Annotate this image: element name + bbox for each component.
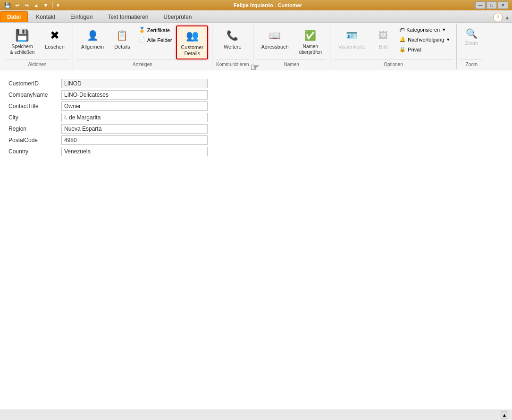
kategorisieren-label: Kategorisieren [406,27,440,33]
tab-text-formatieren[interactable]: Text formatieren [101,11,155,22]
optionen-stack: 🏷 Kategorisieren ▼ 🔔 Nachverfolgung ▼ 🔒 … [397,25,453,54]
anzeigen-stack: 🏅 Zertifikate 📄 Alle Felder [136,25,175,44]
details-button[interactable]: 📋 Details [110,25,134,52]
ribbon-group-kommunizieren: 📞 Weitere Kommunizieren [212,24,253,69]
input-region[interactable] [61,124,208,134]
adressbuch-button[interactable]: 📖 Adressbuch [257,25,293,52]
optionen-group-label: Optionen [334,59,453,67]
input-city[interactable] [61,113,208,122]
tab-ueberpruefen[interactable]: Überprüfen [156,11,199,22]
form-row-region: Region [5,124,507,134]
tab-einfuegen[interactable]: Einfügen [63,11,100,22]
ribbon: Datei Kontakt Einfügen Text formatieren … [0,10,512,70]
visitenkarte-button[interactable]: 🪪 Visitenkarte [334,25,369,52]
input-contacttitle[interactable] [61,101,208,111]
ribbon-group-aktionen: 💾 Speichern& schließen ✖ Löschen Aktione… [2,24,73,69]
namen-buttons: 📖 Adressbuch ✅ Namenüberprüfen [257,25,326,59]
weitere-label: Weitere [224,44,242,50]
nachverfolgung-label: Nachverfolgung [408,37,444,42]
form-area: CustomerID CompanyName ContactTitle City… [5,75,507,162]
zoom-buttons: 🔍 Zoom [461,25,482,59]
help-button[interactable]: ? [493,13,503,22]
ribbon-group-namen: 📖 Adressbuch ✅ Namenüberprüfen Namen [253,24,330,69]
save-close-button[interactable]: 💾 Speichern& schließen [6,25,39,58]
delete-icon: ✖ [47,28,62,43]
nachverfolgung-dropdown[interactable]: ▼ [446,37,450,42]
title-bar: 💾 ↩ ↪ ▲ ▼ ▼ Felipe Izquierdo - Customer … [0,0,512,10]
label-country: Country [5,148,61,155]
zoom-group-label: Zoom [461,59,482,67]
label-postalcode: PostalCode [5,137,61,143]
alle-felder-label: Alle Felder [147,37,172,43]
zoom-icon: 🔍 [466,28,478,39]
namen-ueberpruefen-label: Namenüberprüfen [299,44,322,55]
qat-undo[interactable]: ↩ [13,1,21,9]
qat-down[interactable]: ▼ [42,1,50,9]
label-region: Region [5,126,61,132]
kategorisieren-button[interactable]: 🏷 Kategorisieren ▼ [397,25,453,34]
save-close-label: Speichern& schließen [10,44,34,55]
ribbon-group-anzeigen: 👤 Allgemein 📋 Details 🏅 Zertifikate [73,24,212,69]
aktionen-group-label: Aktionen [6,59,69,67]
kategorisieren-icon: 🏷 [399,27,404,33]
qat-up[interactable]: ▲ [33,1,40,9]
alle-felder-button[interactable]: 📄 Alle Felder [136,35,175,44]
status-bar: ▲ [0,410,512,420]
label-companyname: CompanyName [5,92,61,98]
minimize-button[interactable]: — [475,1,486,9]
label-city: City [5,114,61,121]
tab-kontakt[interactable]: Kontakt [29,11,62,22]
kategorisieren-dropdown[interactable]: ▼ [442,27,446,32]
anzeigen-buttons: 👤 Allgemein 📋 Details 🏅 Zertifikate [77,25,208,59]
kommunizieren-buttons: 📞 Weitere [219,25,246,59]
visitenkarte-label: Visitenkarte [338,44,365,50]
form-row-contacttitle: ContactTitle [5,101,507,111]
zertifikate-button[interactable]: 🏅 Zertifikate [136,25,175,34]
privat-label: Privat [408,47,421,52]
customer-details-label: CustomerDetails [181,44,203,57]
namen-ueberpruefen-icon: ✅ [303,28,318,43]
label-contacttitle: ContactTitle [5,103,61,109]
qat-save[interactable]: 💾 [4,1,11,9]
nachverfolgung-icon: 🔔 [399,36,406,42]
adressbuch-icon: 📖 [268,28,283,43]
ribbon-group-optionen: 🪪 Visitenkarte 🖼 Bild 🏷 Kategorisieren ▼ [330,24,457,69]
collapse-ribbon-button[interactable]: ▲ [503,13,512,22]
allgemein-icon: 👤 [85,28,100,43]
qat-redo[interactable]: ↪ [23,1,30,9]
form-row-city: City [5,113,507,122]
bild-button[interactable]: 🖼 Bild [371,25,395,52]
qat-dropdown[interactable]: ▼ [56,3,60,8]
privat-button[interactable]: 🔒 Privat [397,45,453,54]
maximize-button[interactable]: □ [487,1,497,9]
label-customerid: CustomerID [5,80,61,87]
ribbon-tabs: Datei Kontakt Einfügen Text formatieren … [0,10,512,23]
tab-datei[interactable]: Datei [0,11,28,22]
zoom-button[interactable]: 🔍 Zoom [461,25,482,48]
aktionen-buttons: 💾 Speichern& schließen ✖ Löschen [6,25,69,59]
scroll-up-button[interactable]: ▲ [501,412,508,419]
main-content: CustomerID CompanyName ContactTitle City… [0,70,512,410]
weitere-button[interactable]: 📞 Weitere [219,25,246,52]
zertifikate-label: Zertifikate [147,27,170,33]
delete-button[interactable]: ✖ Löschen [41,25,69,52]
visitenkarte-icon: 🪪 [344,28,360,43]
form-row-country: Country [5,147,507,156]
adressbuch-label: Adressbuch [261,44,289,50]
save-close-icon: 💾 [15,28,30,43]
namen-ueberpruefen-button[interactable]: ✅ Namenüberprüfen [295,25,326,58]
allgemein-button[interactable]: 👤 Allgemein [77,25,108,52]
privat-icon: 🔒 [399,46,406,52]
zertifikate-icon: 🏅 [139,27,145,33]
customer-details-icon: 👥 [185,28,200,43]
nachverfolgung-button[interactable]: 🔔 Nachverfolgung ▼ [397,35,453,44]
close-button[interactable]: ✕ [498,1,508,9]
input-customerid[interactable] [61,79,208,88]
bild-icon: 🖼 [376,28,391,43]
kommunizieren-group-label: Kommunizieren [216,59,249,67]
customer-details-button[interactable]: 👥 CustomerDetails [176,25,208,59]
input-country[interactable] [61,147,208,156]
zoom-label: Zoom [465,40,478,46]
input-postalcode[interactable] [61,135,208,145]
input-companyname[interactable] [61,90,208,100]
